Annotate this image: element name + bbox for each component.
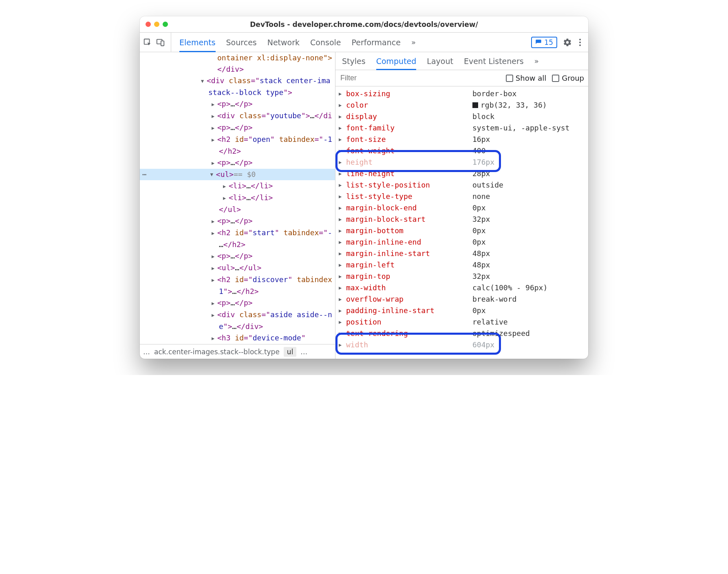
breadcrumb[interactable]: … ack.center-images.stack--block.type ul…	[140, 344, 335, 359]
prop-value: outside	[472, 179, 503, 191]
tab-layout[interactable]: Layout	[427, 57, 453, 66]
prop-name: margin-top	[346, 271, 472, 282]
selected-dom-node[interactable]: ⋯ ▼<ul> == $0	[140, 169, 335, 180]
breadcrumb-item[interactable]: ack.center-images.stack--block.type	[154, 348, 280, 356]
expand-icon[interactable]: ▶	[212, 122, 217, 134]
computed-row[interactable]: ▶font-size16px	[335, 134, 588, 145]
tab-sources[interactable]: Sources	[226, 38, 257, 47]
show-all-checkbox[interactable]: Show all	[506, 74, 546, 82]
expand-icon[interactable]: ▶	[212, 263, 217, 274]
computed-row[interactable]: ▶margin-top32px	[335, 271, 588, 282]
dom-tree[interactable]: ontainer xl:display-none"> </div> ▼<div …	[140, 52, 335, 344]
checkbox-icon	[552, 75, 559, 82]
expand-icon[interactable]: ▶	[212, 110, 217, 122]
filter-input[interactable]	[340, 73, 500, 83]
close-window-button[interactable]	[146, 22, 151, 27]
computed-row[interactable]: ▶colorrgb(32, 33, 36)	[335, 99, 588, 111]
computed-row[interactable]: ▶text-renderingoptimizespeed	[335, 328, 588, 339]
computed-row[interactable]: ▶font-weight400	[335, 145, 588, 157]
breadcrumb-selected[interactable]: ul	[284, 347, 297, 357]
expand-icon[interactable]: ▶	[212, 309, 217, 321]
computed-row[interactable]: ▶max-widthcalc(100% - 96px)	[335, 282, 588, 294]
more-tabs-icon[interactable]: »	[411, 38, 416, 46]
sidebar-tabs: Styles Computed Layout Event Listeners »	[335, 52, 588, 70]
group-label: Group	[562, 74, 584, 82]
inspect-element-icon[interactable]	[143, 38, 152, 47]
computed-row[interactable]: ▶margin-bottom0px	[335, 225, 588, 236]
main-toolbar: Elements Sources Network Console Perform…	[140, 33, 588, 52]
expand-icon[interactable]: ▶	[223, 181, 229, 192]
computed-row[interactable]: ▶padding-inline-start0px	[335, 305, 588, 316]
color-swatch-icon[interactable]	[472, 102, 478, 108]
sidebar-panel: Styles Computed Layout Event Listeners »…	[335, 52, 588, 359]
prop-value: border-box	[472, 88, 516, 99]
expand-icon[interactable]: ▼	[201, 75, 207, 87]
prop-value: relative	[472, 316, 508, 328]
more-options-icon[interactable]	[578, 39, 582, 46]
computed-row[interactable]: ▶positionrelative	[335, 316, 588, 328]
checkbox-icon	[506, 75, 513, 82]
breadcrumb-overflow-right[interactable]: …	[300, 348, 307, 356]
prop-name: box-sizing	[346, 88, 472, 99]
expand-icon[interactable]: ▶	[212, 99, 217, 110]
expand-icon[interactable]: ▶	[212, 333, 217, 344]
computed-filterbar: Show all Group	[335, 70, 588, 86]
tab-styles[interactable]: Styles	[342, 57, 366, 66]
expand-icon[interactable]: ▶	[212, 274, 217, 286]
computed-properties[interactable]: ▶box-sizingborder-box ▶colorrgb(32, 33, …	[335, 86, 588, 359]
computed-row[interactable]: ▶line-height28px	[335, 168, 588, 179]
tab-event-listeners[interactable]: Event Listeners	[464, 57, 524, 66]
collapse-icon[interactable]: ▼	[210, 169, 216, 180]
settings-icon[interactable]	[563, 38, 572, 47]
more-tabs-icon[interactable]: »	[534, 57, 539, 65]
expand-icon[interactable]: ▶	[223, 192, 229, 204]
prop-name: list-style-type	[346, 191, 472, 202]
expand-icon[interactable]: ▶	[212, 227, 217, 239]
computed-row[interactable]: ▶margin-inline-start48px	[335, 248, 588, 259]
toolbar-left	[143, 33, 171, 52]
computed-row[interactable]: ▶margin-block-end0px	[335, 202, 588, 214]
prop-name: margin-bottom	[346, 225, 472, 236]
titlebar: DevTools - developer.chrome.com/docs/dev…	[140, 16, 588, 33]
group-checkbox[interactable]: Group	[552, 74, 584, 82]
expand-icon[interactable]: ▶	[212, 251, 217, 262]
context-menu-icon[interactable]: ⋯	[140, 169, 149, 180]
device-toggle-icon[interactable]	[156, 38, 165, 47]
tab-console[interactable]: Console	[310, 38, 341, 47]
prop-name: overflow-wrap	[346, 294, 472, 305]
expand-icon[interactable]: ▶	[212, 216, 217, 227]
prop-name: font-size	[346, 134, 472, 145]
expand-icon[interactable]: ▶	[212, 298, 217, 309]
computed-row[interactable]: ▶margin-inline-end0px	[335, 236, 588, 248]
panel-tabs: Elements Sources Network Console Perform…	[171, 33, 525, 52]
computed-row-width[interactable]: ▶width604px	[335, 339, 588, 351]
tab-computed[interactable]: Computed	[376, 57, 417, 70]
minimize-window-button[interactable]	[154, 22, 159, 27]
prop-value: rgb(32, 33, 36)	[481, 101, 547, 109]
computed-row[interactable]: ▶margin-left48px	[335, 259, 588, 271]
expand-icon[interactable]: ▶	[212, 157, 217, 169]
prop-value: break-word	[472, 294, 516, 305]
prop-value: optimizespeed	[472, 328, 530, 339]
tab-elements[interactable]: Elements	[179, 38, 216, 52]
issues-button[interactable]: 15	[531, 37, 557, 48]
toolbar-right: 15	[525, 33, 588, 52]
computed-row-height[interactable]: ▶height176px	[335, 157, 588, 168]
computed-row[interactable]: ▶margin-block-start32px	[335, 214, 588, 225]
prop-name: color	[346, 99, 472, 111]
computed-row[interactable]: ▶list-style-typenone	[335, 191, 588, 202]
computed-row[interactable]: ▶box-sizingborder-box	[335, 88, 588, 99]
prop-value: none	[472, 191, 490, 202]
breadcrumb-overflow-left[interactable]: …	[143, 348, 150, 356]
maximize-window-button[interactable]	[163, 22, 168, 27]
computed-row[interactable]: ▶overflow-wrapbreak-word	[335, 294, 588, 305]
prop-name: font-family	[346, 122, 472, 134]
prop-value: 16px	[472, 134, 490, 145]
computed-row[interactable]: ▶displayblock	[335, 111, 588, 122]
computed-row[interactable]: ▶font-familysystem-ui, -apple-syst	[335, 122, 588, 134]
prop-name: display	[346, 111, 472, 122]
tab-network[interactable]: Network	[267, 38, 300, 47]
tab-performance[interactable]: Performance	[352, 38, 401, 47]
computed-row[interactable]: ▶list-style-positionoutside	[335, 179, 588, 191]
expand-icon[interactable]: ▶	[212, 134, 217, 146]
